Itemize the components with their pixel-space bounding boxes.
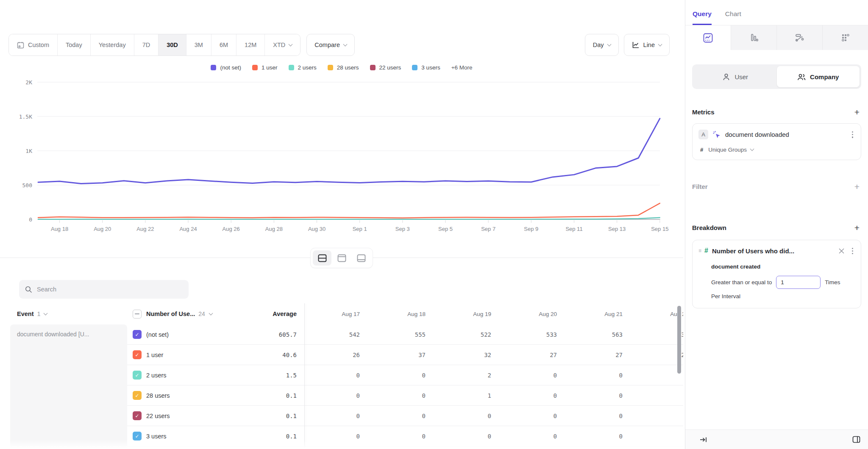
legend-swatch (412, 65, 417, 70)
metric-card[interactable]: A document downloaded # Unique Groups (692, 123, 861, 160)
row-checkbox[interactable]: ✓ (133, 330, 142, 339)
value-cell: 0 (370, 392, 436, 399)
layout-split-button[interactable] (313, 250, 331, 266)
chart-type-line-tab[interactable] (685, 25, 731, 50)
row-left-section: ✓ 22 users 0.1 (127, 411, 304, 420)
close-icon[interactable] (839, 248, 844, 254)
chart-type-tabs (685, 25, 868, 50)
drag-handle-icon[interactable]: ≡ (698, 248, 701, 254)
chart-type-bar-tab[interactable] (731, 25, 776, 50)
table-row[interactable]: ✓ 28 users 0.1 001000 (127, 385, 683, 406)
interval-button[interactable]: Day (585, 34, 619, 56)
date-column-header[interactable]: Aug 17 (304, 311, 370, 317)
legend-item[interactable]: (not set) (211, 64, 241, 71)
date-range-button[interactable]: Custom (9, 34, 58, 55)
chart-type-flow-tab[interactable] (776, 25, 822, 50)
add-breakdown-button[interactable]: + (853, 222, 861, 233)
split-view-icon[interactable] (851, 435, 861, 444)
legend-label: 2 users (298, 64, 317, 71)
calendar-icon (17, 42, 24, 49)
chart-type-more-tab[interactable] (822, 25, 868, 50)
row-checkbox[interactable]: ✓ (133, 391, 142, 400)
date-range-button[interactable]: Today (58, 34, 91, 55)
svg-text:Aug 26: Aug 26 (223, 226, 240, 232)
value-cell: 2 (436, 372, 501, 379)
measure-selector[interactable]: Unique Groups (708, 147, 754, 153)
date-column-header[interactable]: Aug 21 (567, 311, 633, 317)
breakdown-condition-label[interactable]: Greater than or equal to (711, 279, 772, 285)
date-range-button[interactable]: XTD (265, 34, 300, 55)
chart-type-button[interactable]: Line (624, 34, 670, 56)
legend-label: 22 users (379, 64, 401, 71)
legend-more-button[interactable]: +6 More (451, 64, 473, 71)
value-cell: 0 (304, 372, 370, 379)
breakdown-card-title[interactable]: Number of Users who did... (712, 247, 794, 255)
date-column-header[interactable]: Aug 19 (436, 311, 501, 317)
date-range-button[interactable]: 6M (211, 34, 236, 55)
average-header[interactable]: Average (273, 310, 297, 317)
legend-item[interactable]: 3 users (412, 64, 440, 71)
layout-table-only-button[interactable] (352, 250, 370, 266)
layout-chart-only-button[interactable] (332, 250, 351, 266)
date-column-header[interactable]: Aug 20 (501, 311, 567, 317)
panel-tabs: Query Chart (685, 0, 868, 25)
svg-text:2K: 2K (25, 79, 32, 86)
table-row[interactable]: ✓ (not set) 605.7 542555522533563533 (127, 324, 683, 345)
row-left-section: ✓ 3 users 0.1 (127, 432, 304, 441)
tab-chart[interactable]: Chart (725, 10, 741, 25)
breakdown-value-input[interactable] (776, 276, 821, 289)
table-scrollbar[interactable] (677, 306, 681, 374)
row-average: 1.5 (286, 372, 297, 379)
entity-user-button[interactable]: User (694, 66, 777, 87)
entity-company-button[interactable]: Company (777, 66, 860, 87)
event-column-header[interactable]: Event 1 (0, 310, 127, 317)
filter-section-header: Filter + (692, 181, 861, 192)
row-checkbox[interactable]: ✓ (133, 411, 142, 420)
value-cell: 0 (370, 413, 436, 419)
svg-text:Sep 15: Sep 15 (651, 226, 668, 232)
search-icon (25, 286, 32, 293)
legend-item[interactable]: 28 users (328, 64, 359, 71)
date-range-button[interactable]: 12M (236, 34, 265, 55)
table-row[interactable]: ✓ 22 users 0.1 000000 (127, 406, 683, 426)
date-range-button[interactable]: 30D (159, 34, 186, 55)
date-range-label: 6M (220, 42, 228, 48)
collapse-panel-icon[interactable] (699, 435, 708, 444)
breakdown-card[interactable]: ≡ # Number of Users who did... document … (692, 240, 861, 309)
svg-text:Aug 22: Aug 22 (136, 226, 154, 232)
select-all-checkbox[interactable] (133, 310, 142, 319)
tab-query[interactable]: Query (693, 10, 712, 25)
date-range-button[interactable]: Yesterday (91, 34, 134, 55)
date-column-header[interactable]: Aug 22 (633, 311, 683, 317)
metric-menu-button[interactable] (850, 130, 855, 140)
entity-toggle: User Company (692, 64, 861, 89)
legend-item[interactable]: 1 user (252, 64, 278, 71)
add-metric-button[interactable]: + (853, 107, 861, 117)
pane-splitter[interactable] (0, 247, 683, 268)
value-cell: 0 (633, 413, 683, 419)
table-row[interactable]: ✓ 2 users 1.5 002000 (127, 365, 683, 385)
table-row[interactable]: ✓ 1 user 40.6 263732272728 (127, 345, 683, 365)
compare-button[interactable]: Compare (306, 34, 355, 56)
date-range-button[interactable]: 3M (186, 34, 211, 55)
legend-item[interactable]: 22 users (370, 64, 401, 71)
svg-text:Aug 20: Aug 20 (94, 226, 111, 232)
search-input[interactable] (37, 286, 183, 293)
date-range-button[interactable]: 7D (134, 34, 159, 55)
chevron-down-icon (750, 147, 754, 151)
row-checkbox[interactable]: ✓ (133, 350, 142, 359)
series-header-label[interactable]: Number of Use... (146, 310, 195, 317)
line-chart[interactable]: 05001K1.5K2KAug 18Aug 20Aug 22Aug 24Aug … (8, 76, 670, 234)
breakdown-event-name[interactable]: document created (711, 263, 855, 270)
date-column-header[interactable]: Aug 18 (370, 311, 436, 317)
metric-event-name[interactable]: document downloaded (725, 131, 789, 138)
breakdown-menu-button[interactable] (850, 246, 855, 256)
add-filter-button[interactable]: + (853, 181, 861, 192)
row-checkbox[interactable]: ✓ (133, 432, 142, 441)
legend-item[interactable]: 2 users (289, 64, 317, 71)
row-values: 002000 (304, 372, 683, 379)
table-row[interactable]: ✓ 3 users 0.1 000000 (127, 426, 683, 446)
breakdown-per-interval[interactable]: Per Interval (711, 293, 855, 299)
value-cell: 555 (370, 331, 436, 338)
row-checkbox[interactable]: ✓ (133, 371, 142, 380)
